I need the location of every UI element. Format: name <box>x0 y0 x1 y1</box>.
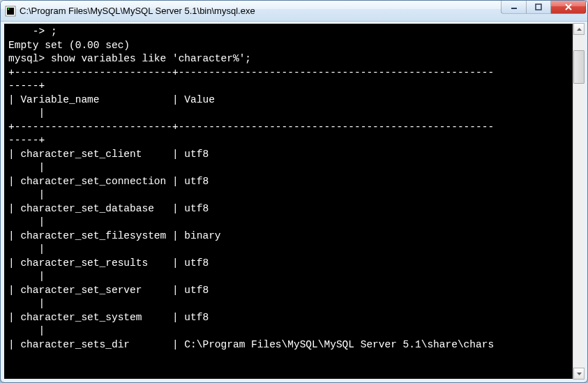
table-row: | <box>8 161 584 175</box>
titlebar[interactable]: C:\Program Files\MySQL\MySQL Server 5.1\… <box>1 1 587 22</box>
table-row: | <box>8 243 584 257</box>
terminal-prompt: mysql> show variables like 'character%'; <box>8 52 584 66</box>
table-header: | Variable_name | Value <box>8 93 584 107</box>
table-row: | <box>8 324 584 338</box>
table-row: | character_sets_dir | C:\Program Files\… <box>8 338 584 352</box>
terminal[interactable]: -> ;Empty set (0.00 sec)mysql> show vari… <box>1 22 587 382</box>
table-row: | <box>8 216 584 230</box>
table-row: | character_set_system | utf8 <box>8 311 584 325</box>
scroll-thumb[interactable] <box>573 50 585 84</box>
table-header: | <box>8 107 584 121</box>
minimize-button[interactable] <box>501 0 526 14</box>
table-row: | <box>8 297 584 311</box>
svg-rect-2 <box>8 8 9 10</box>
app-icon <box>5 6 16 17</box>
table-border: -----+ <box>8 80 584 93</box>
table-row: | character_set_filesystem | binary <box>8 230 584 243</box>
svg-rect-3 <box>511 8 517 9</box>
app-window: C:\Program Files\MySQL\MySQL Server 5.1\… <box>0 0 588 383</box>
table-border: +--------------------------+------------… <box>8 66 584 80</box>
table-row: | character_set_database | utf8 <box>8 202 584 216</box>
window-controls <box>501 1 587 21</box>
table-row: | character_set_client | utf8 <box>8 148 584 162</box>
table-row: | character_set_connection | utf8 <box>8 175 584 189</box>
table-row: | character_set_server | utf8 <box>8 284 584 298</box>
scroll-up-button[interactable] <box>573 23 585 35</box>
table-row: | <box>8 270 584 284</box>
scroll-track[interactable] <box>573 35 585 368</box>
terminal-line: -> ; <box>8 25 584 39</box>
table-border: +--------------------------+------------… <box>8 121 584 135</box>
maximize-button[interactable] <box>526 0 551 14</box>
svg-rect-4 <box>536 4 541 10</box>
table-row: | <box>8 188 584 202</box>
close-button[interactable] <box>551 0 586 14</box>
scrollbar[interactable] <box>573 23 585 380</box>
table-row: | character_set_results | utf8 <box>8 257 584 271</box>
table-border: -----+ <box>8 134 584 148</box>
terminal-line: Empty set (0.00 sec) <box>8 39 584 53</box>
scroll-down-button[interactable] <box>573 368 585 380</box>
window-title: C:\Program Files\MySQL\MySQL Server 5.1\… <box>20 6 501 16</box>
